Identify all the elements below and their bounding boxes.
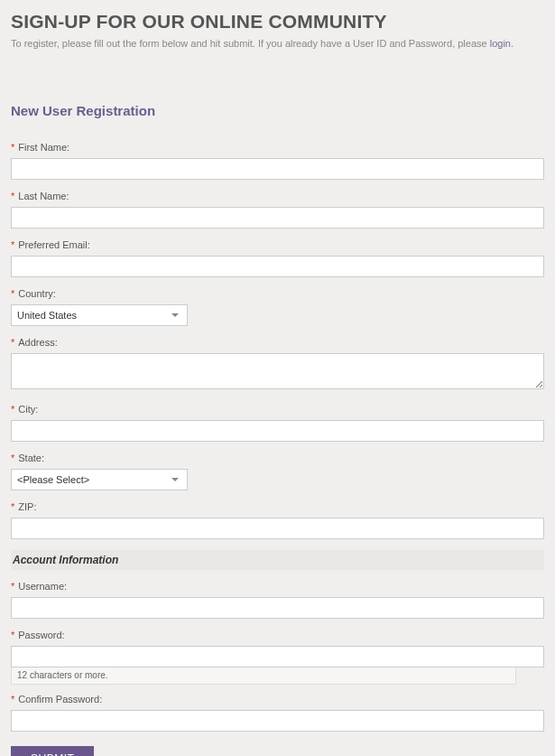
required-marker: * [11, 581, 14, 592]
address-input[interactable] [11, 353, 544, 389]
login-link[interactable]: login [490, 38, 511, 49]
intro-text: To register, please fill out the form be… [11, 38, 544, 49]
state-label: State: [18, 453, 44, 463]
city-label: City: [18, 404, 38, 415]
page-title: SIGN-UP FOR OUR ONLINE COMMUNITY [11, 11, 544, 33]
required-marker: * [11, 453, 14, 463]
preferred-email-label: Preferred Email: [18, 239, 89, 250]
last-name-label: Last Name: [18, 191, 69, 201]
country-label: Country: [18, 288, 56, 299]
required-marker: * [11, 191, 14, 201]
zip-label: ZIP: [18, 501, 36, 512]
required-marker: * [11, 694, 14, 705]
username-input[interactable] [11, 597, 544, 619]
password-input[interactable] [11, 646, 544, 667]
username-label: Username: [18, 581, 67, 592]
password-hint: 12 characters or more. [11, 667, 516, 685]
submit-button[interactable]: SUBMIT [11, 746, 94, 756]
last-name-input[interactable] [11, 207, 544, 229]
required-marker: * [11, 630, 14, 640]
first-name-label: First Name: [18, 142, 69, 153]
preferred-email-input[interactable] [11, 256, 544, 277]
country-select[interactable]: United States [11, 304, 188, 326]
required-marker: * [11, 288, 14, 299]
password-label: Password: [18, 630, 64, 640]
zip-input[interactable] [11, 518, 544, 539]
city-input[interactable] [11, 420, 544, 442]
required-marker: * [11, 501, 14, 512]
confirm-password-input[interactable] [11, 710, 544, 732]
required-marker: * [11, 337, 14, 348]
state-select[interactable]: <Please Select> [11, 469, 188, 490]
first-name-input[interactable] [11, 158, 544, 180]
confirm-password-label: Confirm Password: [18, 694, 102, 705]
address-label: Address: [18, 337, 57, 348]
section-title: New User Registration [11, 103, 544, 118]
required-marker: * [11, 239, 14, 250]
intro-prefix: To register, please fill out the form be… [11, 38, 490, 49]
account-info-header: Account Information [11, 550, 544, 570]
intro-suffix: . [511, 38, 513, 49]
required-marker: * [11, 404, 14, 415]
required-marker: * [11, 142, 14, 153]
